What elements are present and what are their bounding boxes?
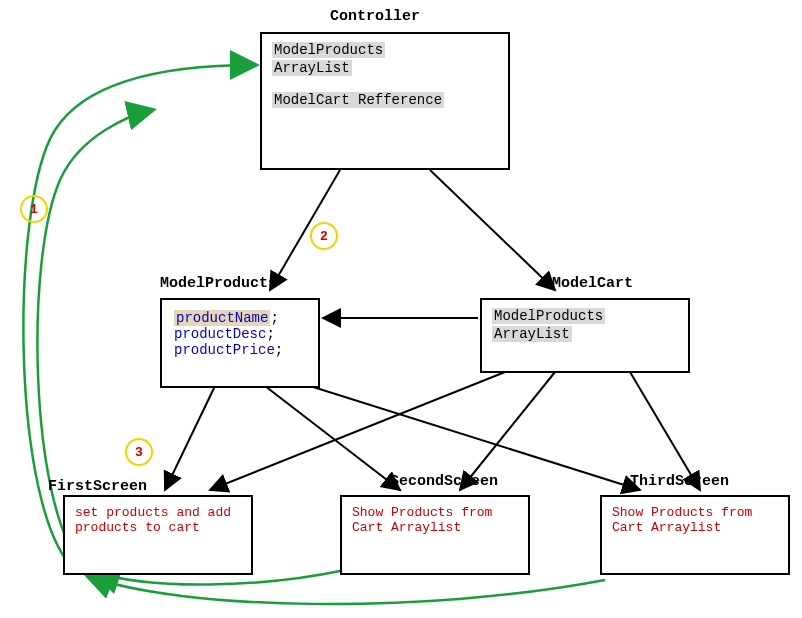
firstscreen-text: set products and add products to cart xyxy=(75,505,241,535)
modelproducts-box: productName; productDesc; productPrice; xyxy=(160,298,320,388)
circle-1: 1 xyxy=(20,195,48,223)
thirdscreen-box: Show Products from Cart Arraylist xyxy=(600,495,790,575)
controller-title: Controller xyxy=(330,8,420,25)
svg-line-3 xyxy=(165,386,215,490)
thirdscreen-text: Show Products from Cart Arraylist xyxy=(612,505,778,535)
controller-box: ModelProducts ArrayList ModelCart Reffer… xyxy=(260,32,510,170)
controller-line3: ModelCart Refference xyxy=(272,92,444,108)
mp-field1: productName xyxy=(174,310,270,326)
firstscreen-title: FirstScreen xyxy=(48,478,147,495)
secondscreen-box: Show Products from Cart Arraylist xyxy=(340,495,530,575)
mp-field3: productPrice xyxy=(174,342,275,358)
svg-line-4 xyxy=(265,386,400,490)
modelproducts-title: ModelProducts xyxy=(160,275,277,292)
modelcart-box: ModelProducts ArrayList xyxy=(480,298,690,373)
firstscreen-box: set products and add products to cart xyxy=(63,495,253,575)
thirdscreen-title: ThirdScreen xyxy=(630,473,729,490)
mc-line1: ModelProducts xyxy=(492,308,605,324)
secondscreen-title: SecondScreen xyxy=(390,473,498,490)
controller-line2: ArrayList xyxy=(272,60,352,76)
mc-line2: ArrayList xyxy=(492,326,572,342)
secondscreen-text: Show Products from Cart Arraylist xyxy=(352,505,518,535)
mp-field2: productDesc xyxy=(174,326,266,342)
circle-2: 2 xyxy=(310,222,338,250)
svg-line-1 xyxy=(430,170,555,290)
circle-3: 3 xyxy=(125,438,153,466)
controller-line1: ModelProducts xyxy=(272,42,385,58)
modelcart-title: ModelCart xyxy=(552,275,633,292)
